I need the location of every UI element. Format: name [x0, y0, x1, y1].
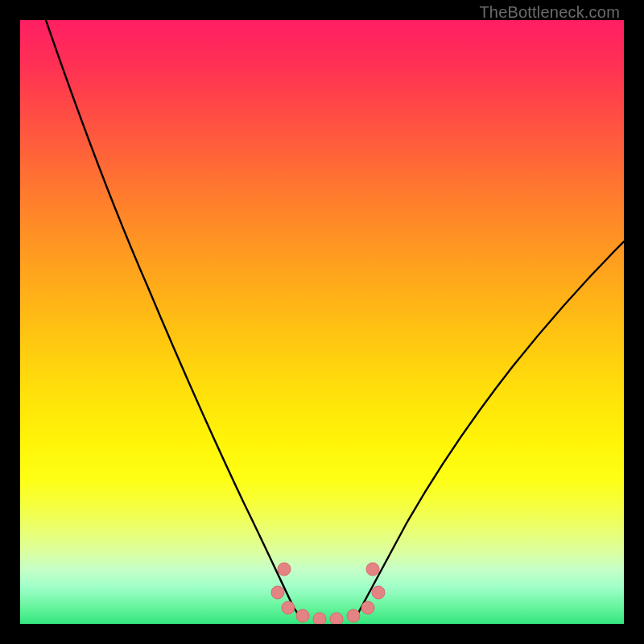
svg-point-6 [347, 609, 360, 622]
chart-frame: TheBottleneck.com [0, 0, 644, 644]
svg-point-4 [313, 613, 326, 624]
curve-overlay [20, 20, 624, 624]
svg-point-9 [372, 586, 385, 599]
left-branch [46, 20, 300, 617]
svg-point-8 [366, 563, 379, 576]
svg-point-3 [296, 609, 309, 622]
svg-point-0 [271, 586, 284, 599]
svg-point-5 [330, 613, 343, 624]
right-branch [356, 242, 624, 617]
svg-point-1 [278, 563, 291, 576]
plot-area [20, 20, 624, 624]
svg-point-7 [361, 601, 374, 614]
watermark-text: TheBottleneck.com [479, 3, 620, 22]
svg-point-2 [282, 601, 295, 614]
